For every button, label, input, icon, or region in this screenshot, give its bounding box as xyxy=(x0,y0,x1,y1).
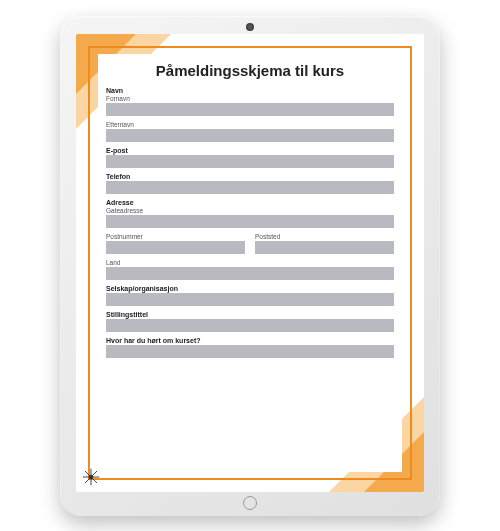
tablet-camera xyxy=(246,23,254,31)
country-label: Land xyxy=(106,259,394,266)
firstname-label: Fornavn xyxy=(106,95,394,102)
postcode-input[interactable] xyxy=(106,241,245,254)
phone-input[interactable] xyxy=(106,181,394,194)
jobtitle-label: Stillingstittel xyxy=(106,311,394,318)
firstname-input[interactable] xyxy=(106,103,394,116)
tablet-home-button[interactable] xyxy=(243,496,257,510)
starburst-icon xyxy=(82,468,100,486)
heard-input[interactable] xyxy=(106,345,394,358)
email-label: E-post xyxy=(106,147,394,154)
address-label: Adresse xyxy=(106,199,394,206)
email-input[interactable] xyxy=(106,155,394,168)
form-title: Påmeldingsskjema til kurs xyxy=(106,62,394,79)
company-label: Selskap/organisasjon xyxy=(106,285,394,292)
tablet-screen: Påmeldingsskjema til kurs Navn Fornavn E… xyxy=(76,34,424,492)
phone-label: Telefon xyxy=(106,173,394,180)
country-input[interactable] xyxy=(106,267,394,280)
name-label: Navn xyxy=(106,87,394,94)
jobtitle-input[interactable] xyxy=(106,319,394,332)
lastname-label: Etternavn xyxy=(106,121,394,128)
city-label: Poststed xyxy=(255,233,394,240)
city-input[interactable] xyxy=(255,241,394,254)
form-content: Påmeldingsskjema til kurs Navn Fornavn E… xyxy=(98,54,402,472)
street-input[interactable] xyxy=(106,215,394,228)
tablet-device: Påmeldingsskjema til kurs Navn Fornavn E… xyxy=(60,16,440,516)
company-input[interactable] xyxy=(106,293,394,306)
postcode-label: Postnummer xyxy=(106,233,245,240)
lastname-input[interactable] xyxy=(106,129,394,142)
heard-label: Hvor har du hørt om kurset? xyxy=(106,337,394,344)
street-label: Gateadresse xyxy=(106,207,394,214)
